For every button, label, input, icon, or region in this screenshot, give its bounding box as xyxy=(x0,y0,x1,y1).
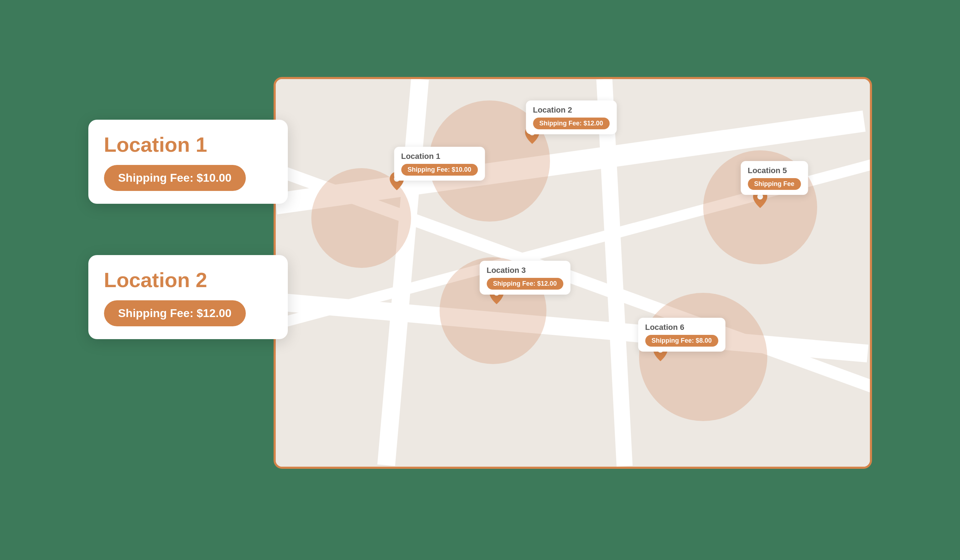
tooltip-1-fee: Shipping Fee: $10.00 xyxy=(401,164,478,176)
card-location-1[interactable]: Location 1 Shipping Fee: $10.00 xyxy=(88,120,288,204)
card-2-title: Location 2 xyxy=(104,268,272,292)
tooltip-6[interactable]: Location 6 Shipping Fee: $8.00 xyxy=(638,318,725,352)
tooltip-3[interactable]: Location 3 Shipping Fee: $12.00 xyxy=(480,261,570,294)
card-1-fee: Shipping Fee: $10.00 xyxy=(104,165,246,191)
tooltip-1-title: Location 1 xyxy=(401,152,478,161)
tooltip-2-fee: Shipping Fee: $12.00 xyxy=(533,118,610,129)
tooltip-5-title: Location 5 xyxy=(748,166,801,175)
tooltip-2[interactable]: Location 2 Shipping Fee: $12.00 xyxy=(526,101,617,134)
map-container: Location 1 Shipping Fee: $10.00 Location… xyxy=(274,77,872,469)
card-1-title: Location 1 xyxy=(104,133,272,157)
card-location-2[interactable]: Location 2 Shipping Fee: $12.00 xyxy=(88,255,288,339)
tooltip-3-fee: Shipping Fee: $12.00 xyxy=(486,278,563,290)
tooltip-2-title: Location 2 xyxy=(533,106,610,115)
tooltip-5-fee: Shipping Fee xyxy=(748,178,801,190)
card-2-fee: Shipping Fee: $12.00 xyxy=(104,300,246,326)
tooltip-1[interactable]: Location 1 Shipping Fee: $10.00 xyxy=(394,147,485,181)
tooltip-3-title: Location 3 xyxy=(486,266,563,275)
tooltip-6-title: Location 6 xyxy=(645,323,718,332)
tooltip-6-fee: Shipping Fee: $8.00 xyxy=(645,335,718,347)
tooltip-5[interactable]: Location 5 Shipping Fee xyxy=(741,161,808,195)
scene: Location 1 Shipping Fee: $10.00 Location… xyxy=(88,48,872,512)
